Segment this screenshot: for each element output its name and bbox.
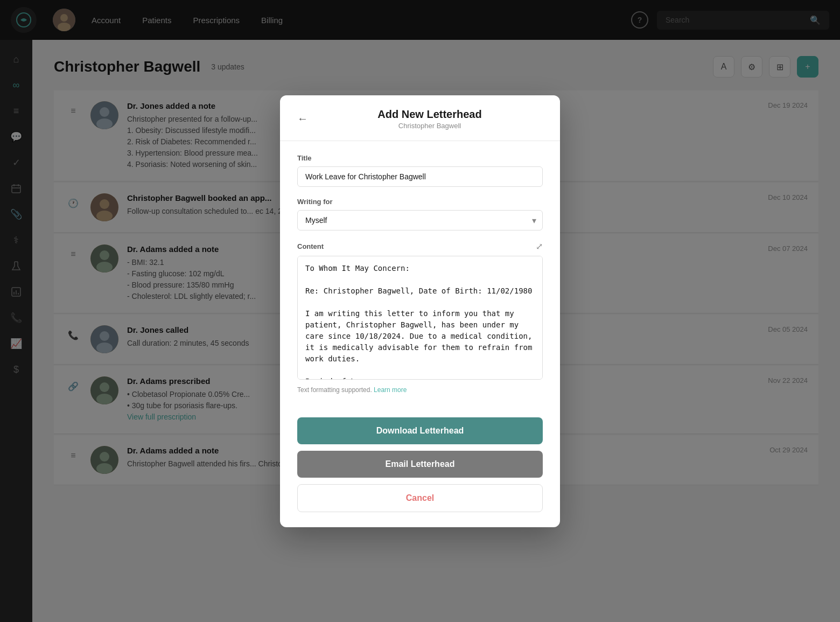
- modal-overlay: ← Add New Letterhead Christopher Bagwell…: [0, 0, 840, 622]
- title-input[interactable]: [297, 166, 543, 187]
- download-letterhead-button[interactable]: Download Letterhead: [297, 417, 543, 444]
- learn-more-link[interactable]: Learn more: [374, 386, 407, 394]
- writing-for-select-wrapper: Myself Patient Other ▾: [297, 210, 543, 230]
- content-textarea[interactable]: To Whom It May Concern: Re: Christopher …: [297, 256, 543, 380]
- content-label-row: Content ⤢: [297, 241, 543, 251]
- email-letterhead-button[interactable]: Email Letterhead: [297, 451, 543, 478]
- modal-header: ← Add New Letterhead Christopher Bagwell: [280, 95, 560, 141]
- content-form-group: Content ⤢ To Whom It May Concern: Re: Ch…: [297, 241, 543, 394]
- writing-for-form-group: Writing for Myself Patient Other ▾: [297, 198, 543, 230]
- add-letterhead-modal: ← Add New Letterhead Christopher Bagwell…: [280, 95, 560, 527]
- modal-title: Add New Letterhead: [317, 108, 543, 121]
- title-label: Title: [297, 154, 543, 162]
- modal-body: Title Writing for Myself Patient Other ▾: [280, 141, 560, 417]
- title-form-group: Title: [297, 154, 543, 187]
- expand-icon[interactable]: ⤢: [536, 241, 543, 251]
- modal-subtitle: Christopher Bagwell: [317, 122, 543, 130]
- content-label: Content: [297, 242, 324, 250]
- modal-title-block: Add New Letterhead Christopher Bagwell: [317, 108, 543, 130]
- modal-actions: Download Letterhead Email Letterhead Can…: [280, 417, 560, 527]
- formatting-note: Text formatting supported. Learn more: [297, 386, 543, 394]
- writing-for-label: Writing for: [297, 198, 543, 206]
- cancel-button[interactable]: Cancel: [297, 484, 543, 512]
- writing-for-select[interactable]: Myself Patient Other: [297, 210, 543, 230]
- modal-back-button[interactable]: ←: [297, 113, 308, 125]
